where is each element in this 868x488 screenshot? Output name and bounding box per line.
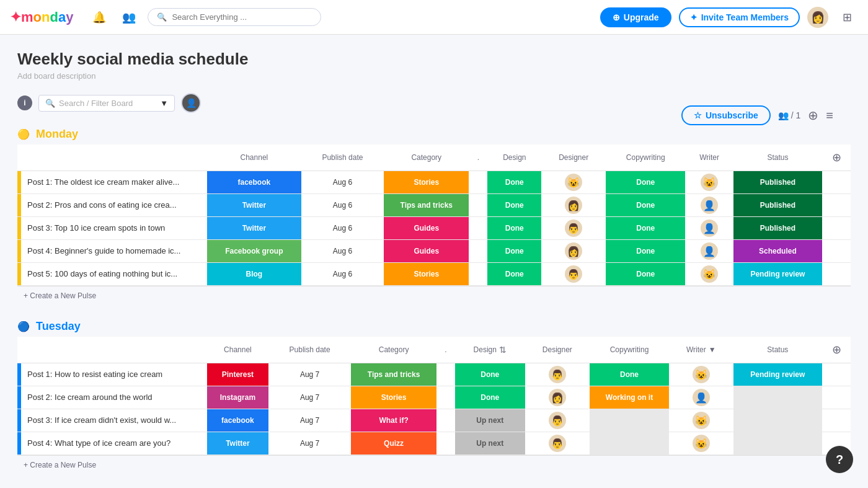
table-row[interactable]: Post 3: If ice cream didn't exist, would… — [17, 409, 851, 432]
table-row[interactable]: Post 1: How to resist eating ice creamPi… — [17, 363, 851, 386]
search-input[interactable] — [172, 12, 312, 22]
upgrade-icon: ⊕ — [613, 12, 620, 22]
row-design[interactable]: Up next — [455, 432, 525, 455]
row-status[interactable] — [733, 409, 822, 432]
logo[interactable]: ✦monday — [10, 9, 73, 25]
people-button[interactable]: 👥 — [118, 6, 140, 29]
activity-button[interactable]: ⊕ — [808, 108, 818, 123]
row-designer: 👨 — [525, 432, 590, 455]
row-name[interactable]: Post 4: Beginner's guide to homemade ic.… — [21, 240, 207, 263]
row-category[interactable]: Stories — [351, 386, 436, 409]
row-status[interactable] — [733, 432, 822, 455]
row-design[interactable]: Done — [487, 194, 541, 217]
table-row[interactable]: Post 5: 100 days of eating nothing but i… — [17, 263, 851, 286]
help-button[interactable]: ? — [826, 446, 853, 473]
search-bar[interactable]: 🔍 — [148, 8, 321, 26]
apps-button[interactable]: ⊞ — [836, 6, 858, 29]
members-button[interactable]: 👥 / 1 — [778, 110, 801, 120]
row-status[interactable]: Published — [733, 194, 822, 217]
monday-col-category: Category — [384, 144, 469, 171]
row-copywriting[interactable]: Done — [590, 363, 669, 386]
row-status[interactable] — [733, 386, 822, 409]
tuesday-col-designer: Designer — [525, 337, 590, 363]
row-design[interactable]: Done — [487, 217, 541, 240]
row-design[interactable]: Done — [455, 363, 525, 386]
unsubscribe-button[interactable]: ☆ Unsubscribe — [681, 105, 771, 125]
row-designer: 👨 — [541, 217, 606, 240]
row-name[interactable]: Post 3: If ice cream didn't exist, would… — [21, 409, 207, 432]
row-category[interactable]: Tips and tricks — [351, 363, 436, 386]
row-name[interactable]: Post 4: What type of ice cream are you? — [21, 432, 207, 455]
row-copywriting[interactable]: Done — [606, 263, 685, 286]
row-copywriting[interactable]: Done — [606, 194, 685, 217]
row-category[interactable]: What if? — [351, 409, 436, 432]
row-designer: 👩 — [541, 240, 606, 263]
row-category[interactable]: Stories — [384, 263, 469, 286]
table-row[interactable]: Post 2: Ice cream around the worldInstag… — [17, 386, 851, 409]
row-copywriting[interactable]: Working on it — [590, 386, 669, 409]
table-row[interactable]: Post 2: Pros and cons of eating ice crea… — [17, 194, 851, 217]
invite-button[interactable]: ✦ Invite Team Members — [679, 7, 800, 27]
upgrade-button[interactable]: ⊕ Upgrade — [600, 7, 671, 27]
row-channel[interactable]: Twitter — [207, 217, 301, 240]
row-channel[interactable]: Pinterest — [207, 363, 268, 386]
row-design[interactable]: Done — [455, 386, 525, 409]
row-channel[interactable]: Twitter — [207, 432, 268, 455]
tuesday-toggle[interactable]: 🔵 — [17, 321, 30, 332]
monday-toggle[interactable]: 🟡 — [17, 128, 30, 140]
row-design[interactable]: Done — [487, 263, 541, 286]
row-copywriting[interactable]: Done — [606, 240, 685, 263]
monday-create-pulse[interactable]: + Create a New Pulse — [17, 286, 851, 305]
monday-title: Monday — [36, 128, 78, 141]
row-channel[interactable]: Instagram — [207, 386, 268, 409]
row-category[interactable]: Quizz — [351, 432, 436, 455]
notifications-button[interactable]: 🔔 — [88, 6, 110, 29]
row-category[interactable]: Stories — [384, 171, 469, 194]
tuesday-title: Tuesday — [36, 320, 81, 333]
row-design[interactable]: Done — [487, 171, 541, 194]
tuesday-create-pulse[interactable]: + Create a New Pulse — [17, 455, 851, 474]
row-copywriting[interactable] — [590, 409, 669, 432]
row-copywriting[interactable]: Done — [606, 217, 685, 240]
row-channel[interactable]: Twitter — [207, 194, 301, 217]
row-design[interactable]: Done — [487, 240, 541, 263]
row-name[interactable]: Post 2: Pros and cons of eating ice crea… — [21, 194, 207, 217]
row-name[interactable]: Post 1: How to resist eating ice cream — [21, 363, 207, 386]
row-designer: 👨 — [525, 363, 590, 386]
row-name[interactable]: Post 5: 100 days of eating nothing but i… — [21, 263, 207, 286]
row-status[interactable]: Pending review — [733, 263, 822, 286]
row-category[interactable]: Guides — [384, 217, 469, 240]
row-copywriting[interactable]: Done — [606, 171, 685, 194]
row-channel[interactable]: Blog — [207, 263, 301, 286]
row-publish-date: Aug 6 — [301, 171, 384, 194]
table-row[interactable]: Post 3: Top 10 ice cream spots in townTw… — [17, 217, 851, 240]
row-category[interactable]: Guides — [384, 240, 469, 263]
user-avatar[interactable]: 👩 — [807, 7, 828, 28]
row-channel[interactable]: facebook — [207, 409, 268, 432]
table-row[interactable]: Post 4: What type of ice cream are you?T… — [17, 432, 851, 455]
info-badge[interactable]: i — [17, 95, 32, 110]
row-status[interactable]: Published — [733, 217, 822, 240]
row-channel[interactable]: Facebook group — [207, 240, 301, 263]
row-status[interactable]: Scheduled — [733, 240, 822, 263]
search-filter-bar[interactable]: 🔍 Search / Filter Board ▼ — [38, 95, 175, 112]
table-row[interactable]: Post 4: Beginner's guide to homemade ic.… — [17, 240, 851, 263]
table-row[interactable]: Post 1: The oldest ice cream maker alive… — [17, 171, 851, 194]
row-design[interactable]: Up next — [455, 409, 525, 432]
monday-col-writer: Writer — [685, 144, 733, 171]
row-name[interactable]: Post 2: Ice cream around the world — [21, 386, 207, 409]
tuesday-add-col-button[interactable]: ⊕ — [827, 340, 846, 359]
row-category[interactable]: Tips and tricks — [384, 194, 469, 217]
row-name[interactable]: Post 3: Top 10 ice cream spots in town — [21, 217, 207, 240]
row-name[interactable]: Post 1: The oldest ice cream maker alive… — [21, 171, 207, 194]
monday-col-designer: Designer — [541, 144, 606, 171]
row-status[interactable]: Published — [733, 171, 822, 194]
menu-button[interactable]: ≡ — [826, 109, 833, 123]
row-channel[interactable]: facebook — [207, 171, 301, 194]
row-copywriting[interactable] — [590, 432, 669, 455]
monday-col-name — [21, 144, 207, 171]
monday-add-col-button[interactable]: ⊕ — [827, 148, 846, 167]
row-status[interactable]: Pending review — [733, 363, 822, 386]
board-description[interactable]: Add board description — [17, 71, 851, 81]
person-filter-button[interactable]: 👤 — [181, 93, 201, 113]
